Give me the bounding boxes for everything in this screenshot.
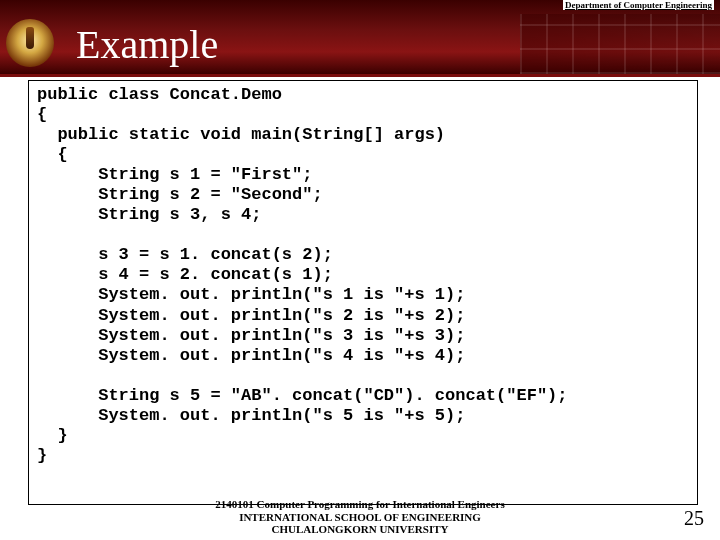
slide-header: Department of Computer Engineering Examp… (0, 0, 720, 74)
slide-footer: 2140101 Computer Programming for Interna… (0, 498, 720, 536)
header-divider (0, 74, 720, 77)
footer-school: INTERNATIONAL SCHOOL OF ENGINEERING (0, 511, 720, 524)
page-number: 25 (684, 507, 704, 530)
footer-course: 2140101 Computer Programming for Interna… (0, 498, 720, 511)
code-listing: public class Concat.Demo { public static… (37, 85, 689, 466)
footer-university: CHULALONGKORN UNIVERSITY (0, 523, 720, 536)
slide-title: Example (76, 21, 218, 68)
university-seal-icon (6, 19, 54, 67)
code-example-box: public class Concat.Demo { public static… (28, 80, 698, 505)
title-bar: Example (0, 14, 720, 74)
dept-label: Department of Computer Engineering (563, 0, 714, 10)
